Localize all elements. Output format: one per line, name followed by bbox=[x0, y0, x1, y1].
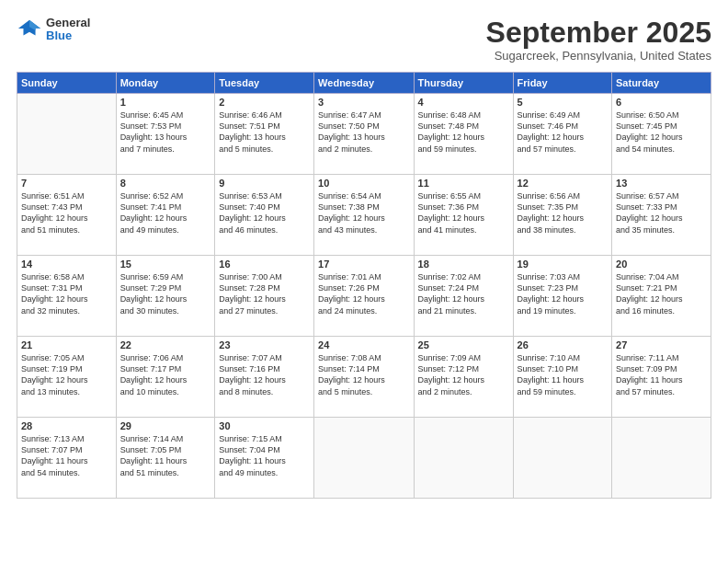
day-info: Sunrise: 7:11 AM Sunset: 7:09 PM Dayligh… bbox=[616, 352, 707, 397]
day-info: Sunrise: 6:52 AM Sunset: 7:41 PM Dayligh… bbox=[120, 190, 211, 236]
day-info: Sunrise: 6:46 AM Sunset: 7:51 PM Dayligh… bbox=[219, 109, 310, 155]
day-number: 4 bbox=[418, 97, 509, 108]
logo-icon bbox=[17, 17, 42, 42]
day-info: Sunrise: 6:57 AM Sunset: 7:33 PM Dayligh… bbox=[616, 190, 707, 236]
calendar-cell: 13Sunrise: 6:57 AM Sunset: 7:33 PM Dayli… bbox=[612, 175, 711, 256]
day-number: 7 bbox=[21, 178, 112, 189]
day-info: Sunrise: 6:48 AM Sunset: 7:48 PM Dayligh… bbox=[418, 109, 509, 155]
day-info: Sunrise: 6:54 AM Sunset: 7:38 PM Dayligh… bbox=[318, 190, 409, 236]
day-info: Sunrise: 7:09 AM Sunset: 7:12 PM Dayligh… bbox=[418, 352, 509, 397]
day-info: Sunrise: 6:47 AM Sunset: 7:50 PM Dayligh… bbox=[318, 109, 409, 155]
day-number: 1 bbox=[120, 97, 211, 108]
calendar-cell: 9Sunrise: 6:53 AM Sunset: 7:40 PM Daylig… bbox=[215, 175, 314, 256]
weekday-header-monday: Monday bbox=[116, 73, 215, 94]
day-info: Sunrise: 7:05 AM Sunset: 7:19 PM Dayligh… bbox=[21, 352, 112, 397]
day-number: 2 bbox=[219, 97, 310, 108]
calendar-cell bbox=[414, 418, 513, 499]
calendar-cell: 4Sunrise: 6:48 AM Sunset: 7:48 PM Daylig… bbox=[414, 94, 513, 175]
calendar-cell: 11Sunrise: 6:55 AM Sunset: 7:36 PM Dayli… bbox=[414, 175, 513, 256]
day-number: 23 bbox=[219, 339, 310, 350]
weekday-header-thursday: Thursday bbox=[414, 73, 513, 94]
calendar-cell: 6Sunrise: 6:50 AM Sunset: 7:45 PM Daylig… bbox=[612, 94, 711, 175]
day-number: 8 bbox=[120, 178, 211, 189]
week-row-0: 1Sunrise: 6:45 AM Sunset: 7:53 PM Daylig… bbox=[17, 94, 711, 175]
calendar-cell: 22Sunrise: 7:06 AM Sunset: 7:17 PM Dayli… bbox=[116, 337, 215, 418]
logo-general: General bbox=[46, 17, 90, 29]
day-info: Sunrise: 7:01 AM Sunset: 7:26 PM Dayligh… bbox=[318, 271, 409, 316]
day-number: 3 bbox=[318, 97, 409, 108]
day-number: 19 bbox=[518, 259, 608, 270]
day-info: Sunrise: 6:49 AM Sunset: 7:46 PM Dayligh… bbox=[518, 109, 608, 155]
calendar-cell: 5Sunrise: 6:49 AM Sunset: 7:46 PM Daylig… bbox=[513, 94, 611, 175]
calendar-cell: 8Sunrise: 6:52 AM Sunset: 7:41 PM Daylig… bbox=[116, 175, 215, 256]
day-info: Sunrise: 6:56 AM Sunset: 7:35 PM Dayligh… bbox=[518, 190, 608, 236]
calendar-cell: 1Sunrise: 6:45 AM Sunset: 7:53 PM Daylig… bbox=[116, 94, 215, 175]
day-number: 21 bbox=[21, 339, 112, 350]
weekday-header-sunday: Sunday bbox=[17, 73, 117, 94]
day-number: 22 bbox=[120, 339, 211, 350]
day-info: Sunrise: 7:06 AM Sunset: 7:17 PM Dayligh… bbox=[120, 352, 211, 397]
week-row-2: 14Sunrise: 6:58 AM Sunset: 7:31 PM Dayli… bbox=[17, 256, 711, 337]
calendar-cell: 7Sunrise: 6:51 AM Sunset: 7:43 PM Daylig… bbox=[17, 175, 117, 256]
day-number: 28 bbox=[21, 420, 112, 431]
day-number: 12 bbox=[518, 178, 608, 189]
calendar-cell: 12Sunrise: 6:56 AM Sunset: 7:35 PM Dayli… bbox=[513, 175, 611, 256]
calendar-cell: 17Sunrise: 7:01 AM Sunset: 7:26 PM Dayli… bbox=[314, 256, 414, 337]
calendar: SundayMondayTuesdayWednesdayThursdayFrid… bbox=[17, 72, 711, 499]
day-number: 13 bbox=[616, 178, 707, 189]
calendar-cell: 20Sunrise: 7:04 AM Sunset: 7:21 PM Dayli… bbox=[612, 256, 711, 337]
day-info: Sunrise: 7:07 AM Sunset: 7:16 PM Dayligh… bbox=[219, 352, 310, 397]
calendar-cell: 2Sunrise: 6:46 AM Sunset: 7:51 PM Daylig… bbox=[215, 94, 314, 175]
day-number: 10 bbox=[318, 178, 409, 189]
logo-blue: Blue bbox=[46, 29, 90, 42]
calendar-cell: 25Sunrise: 7:09 AM Sunset: 7:12 PM Dayli… bbox=[414, 337, 513, 418]
day-number: 9 bbox=[219, 178, 310, 189]
day-number: 20 bbox=[616, 259, 707, 270]
calendar-cell: 14Sunrise: 6:58 AM Sunset: 7:31 PM Dayli… bbox=[17, 256, 117, 337]
day-number: 15 bbox=[120, 259, 211, 270]
weekday-header-friday: Friday bbox=[513, 73, 611, 94]
day-info: Sunrise: 7:00 AM Sunset: 7:28 PM Dayligh… bbox=[219, 271, 310, 316]
day-info: Sunrise: 7:15 AM Sunset: 7:04 PM Dayligh… bbox=[219, 433, 310, 478]
calendar-cell: 3Sunrise: 6:47 AM Sunset: 7:50 PM Daylig… bbox=[314, 94, 414, 175]
calendar-cell: 26Sunrise: 7:10 AM Sunset: 7:10 PM Dayli… bbox=[513, 337, 611, 418]
day-info: Sunrise: 7:04 AM Sunset: 7:21 PM Dayligh… bbox=[616, 271, 707, 316]
subtitle: Sugarcreek, Pennsylvania, United States bbox=[486, 49, 711, 63]
day-number: 16 bbox=[219, 259, 310, 270]
day-number: 14 bbox=[21, 259, 112, 270]
day-info: Sunrise: 6:51 AM Sunset: 7:43 PM Dayligh… bbox=[21, 190, 112, 236]
day-number: 25 bbox=[418, 339, 509, 350]
day-number: 5 bbox=[518, 97, 608, 108]
day-info: Sunrise: 6:45 AM Sunset: 7:53 PM Dayligh… bbox=[120, 109, 211, 155]
page: General Blue September 2025 Sugarcreek, … bbox=[0, 0, 728, 563]
week-row-1: 7Sunrise: 6:51 AM Sunset: 7:43 PM Daylig… bbox=[17, 175, 711, 256]
day-number: 18 bbox=[418, 259, 509, 270]
day-info: Sunrise: 7:10 AM Sunset: 7:10 PM Dayligh… bbox=[518, 352, 608, 397]
day-info: Sunrise: 6:53 AM Sunset: 7:40 PM Dayligh… bbox=[219, 190, 310, 236]
day-number: 27 bbox=[616, 339, 707, 350]
calendar-cell: 27Sunrise: 7:11 AM Sunset: 7:09 PM Dayli… bbox=[612, 337, 711, 418]
month-title: September 2025 bbox=[486, 17, 711, 49]
calendar-cell: 24Sunrise: 7:08 AM Sunset: 7:14 PM Dayli… bbox=[314, 337, 414, 418]
calendar-cell bbox=[17, 94, 117, 175]
calendar-cell: 21Sunrise: 7:05 AM Sunset: 7:19 PM Dayli… bbox=[17, 337, 117, 418]
day-info: Sunrise: 6:59 AM Sunset: 7:29 PM Dayligh… bbox=[120, 271, 211, 316]
weekday-header-saturday: Saturday bbox=[612, 73, 711, 94]
weekday-header-tuesday: Tuesday bbox=[215, 73, 314, 94]
weekday-header-wednesday: Wednesday bbox=[314, 73, 414, 94]
calendar-cell: 28Sunrise: 7:13 AM Sunset: 7:07 PM Dayli… bbox=[17, 418, 117, 499]
calendar-cell: 18Sunrise: 7:02 AM Sunset: 7:24 PM Dayli… bbox=[414, 256, 513, 337]
title-block: September 2025 Sugarcreek, Pennsylvania,… bbox=[486, 17, 711, 63]
logo: General Blue bbox=[17, 17, 90, 43]
day-number: 6 bbox=[616, 97, 707, 108]
calendar-cell: 16Sunrise: 7:00 AM Sunset: 7:28 PM Dayli… bbox=[215, 256, 314, 337]
day-info: Sunrise: 6:58 AM Sunset: 7:31 PM Dayligh… bbox=[21, 271, 112, 316]
calendar-cell: 19Sunrise: 7:03 AM Sunset: 7:23 PM Dayli… bbox=[513, 256, 611, 337]
calendar-cell bbox=[612, 418, 711, 499]
day-number: 11 bbox=[418, 178, 509, 189]
calendar-cell: 23Sunrise: 7:07 AM Sunset: 7:16 PM Dayli… bbox=[215, 337, 314, 418]
weekday-header-row: SundayMondayTuesdayWednesdayThursdayFrid… bbox=[17, 73, 711, 94]
calendar-cell: 15Sunrise: 6:59 AM Sunset: 7:29 PM Dayli… bbox=[116, 256, 215, 337]
day-number: 26 bbox=[518, 339, 608, 350]
day-info: Sunrise: 7:13 AM Sunset: 7:07 PM Dayligh… bbox=[21, 433, 112, 478]
